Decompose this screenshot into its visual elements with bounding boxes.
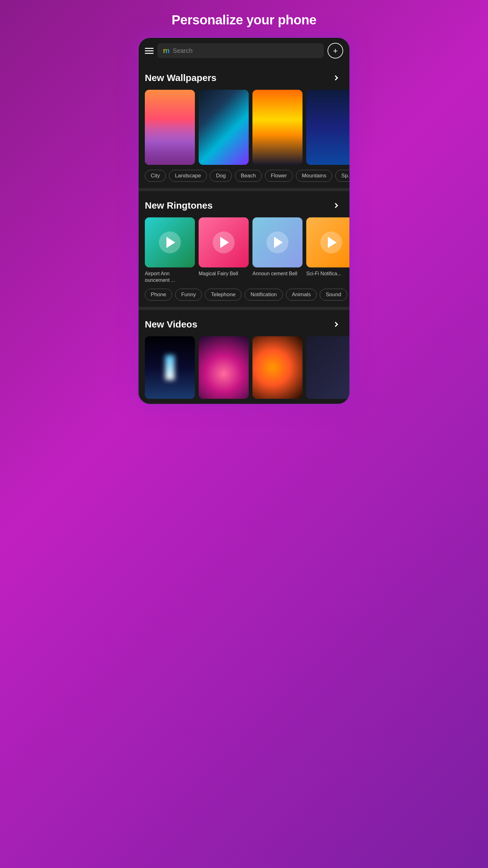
play-icon (220, 237, 229, 248)
wallpaper-item[interactable] (306, 90, 349, 165)
tag-phone[interactable]: Phone (145, 289, 172, 301)
wallpapers-header: New Wallpapers (139, 68, 349, 90)
play-circle (159, 231, 181, 253)
play-circle (267, 231, 288, 253)
tag-landscape[interactable]: Landscape (169, 170, 207, 182)
tag-beach[interactable]: Beach (235, 170, 262, 182)
ringtone-item: Airport Ann ouncement ... (145, 217, 195, 284)
videos-section: New Videos (139, 310, 349, 404)
video-item[interactable] (306, 336, 349, 399)
tag-funny[interactable]: Funny (175, 289, 202, 301)
add-button[interactable]: + (328, 43, 343, 59)
videos-more-button[interactable] (329, 317, 343, 331)
wallpapers-more-button[interactable] (329, 71, 343, 85)
play-icon (166, 237, 175, 248)
wallpaper-item[interactable] (199, 90, 249, 165)
page-title: Personalize your phone (162, 6, 326, 37)
ringtone-play-button[interactable] (306, 217, 349, 268)
wallpapers-title: New Wallpapers (145, 72, 216, 83)
ringtone-item: Announ cement Bell (252, 217, 303, 284)
tag-sound[interactable]: Sound (320, 289, 347, 301)
play-circle (320, 231, 342, 253)
video-item[interactable] (199, 336, 249, 399)
wallpaper-item[interactable] (145, 90, 195, 165)
wallpaper-item[interactable] (252, 90, 303, 165)
tag-flower[interactable]: Flower (265, 170, 293, 182)
tag-city[interactable]: City (145, 170, 166, 182)
play-icon (274, 237, 283, 248)
ringtones-tags: Phone Funny Telephone Notification Anima… (139, 289, 349, 307)
play-circle (213, 231, 235, 253)
ringtones-title: New Ringtones (145, 200, 213, 211)
ringtone-item: Magical Fairy Bell (199, 217, 249, 284)
ringtones-row: Airport Ann ouncement ... Magical Fairy … (139, 217, 349, 289)
ringtone-play-button[interactable] (145, 217, 195, 268)
ringtone-name: Announ cement Bell (252, 271, 297, 277)
app-logo: m (163, 47, 170, 55)
section-divider-2 (139, 307, 349, 310)
videos-title: New Videos (145, 319, 197, 330)
ringtone-name: Sci-Fi Notifica... (306, 271, 341, 277)
phone-frame: m Search + New Wallpapers City Landscape… (138, 37, 350, 405)
ringtones-more-button[interactable] (329, 198, 343, 212)
wallpapers-row (139, 90, 349, 170)
ringtones-header: New Ringtones (139, 196, 349, 217)
ringtones-section: New Ringtones Airport Ann ouncement ... (139, 191, 349, 307)
plus-icon: + (333, 46, 338, 55)
tag-animals[interactable]: Animals (286, 289, 316, 301)
ringtone-play-button[interactable] (252, 217, 303, 268)
menu-button[interactable] (145, 48, 154, 54)
tag-mountains[interactable]: Mountains (296, 170, 332, 182)
search-placeholder: Search (173, 47, 192, 55)
ringtone-item: Sci-Fi Notifica... (306, 217, 349, 284)
tag-notification[interactable]: Notification (245, 289, 283, 301)
video-item[interactable] (252, 336, 303, 399)
videos-header: New Videos (139, 315, 349, 336)
tag-telephone[interactable]: Telephone (205, 289, 241, 301)
ringtone-name: Airport Ann ouncement ... (145, 271, 195, 284)
wallpapers-section: New Wallpapers City Landscape Dog Beach … (139, 63, 349, 188)
tag-dog[interactable]: Dog (210, 170, 232, 182)
wallpapers-tags: City Landscape Dog Beach Flower Mountain… (139, 170, 349, 188)
ringtone-name: Magical Fairy Bell (199, 271, 238, 277)
section-divider (139, 188, 349, 191)
search-bar[interactable]: m Search (157, 43, 324, 58)
ringtone-play-button[interactable] (199, 217, 249, 268)
tag-more[interactable]: Sp... (335, 170, 349, 182)
app-header: m Search + (139, 38, 349, 63)
video-item[interactable] (145, 336, 195, 399)
videos-row (139, 336, 349, 404)
play-icon (328, 237, 337, 248)
